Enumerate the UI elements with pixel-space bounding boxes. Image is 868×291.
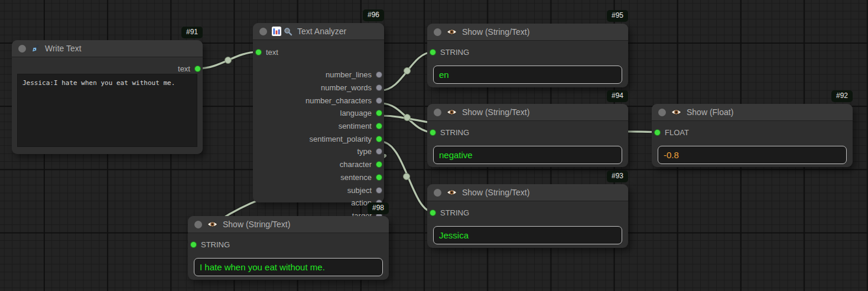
- link-midpoint-dot: [404, 68, 411, 74]
- collapse-dot[interactable]: [18, 45, 26, 53]
- eye-icon: [671, 108, 682, 116]
- port-label: number_characters: [305, 96, 372, 105]
- wire-text-to-analyzer: [198, 52, 258, 68]
- input-port-string[interactable]: [430, 49, 436, 55]
- output-row: sentiment_polarity: [253, 132, 384, 145]
- port-label: text: [266, 48, 278, 57]
- output-port[interactable]: [376, 71, 382, 78]
- wire-language-to-show95: [381, 52, 433, 90]
- collapse-dot[interactable]: [658, 109, 666, 116]
- node-id-badge: #92: [831, 90, 853, 102]
- port-label: number_words: [321, 83, 372, 92]
- output-port[interactable]: [376, 136, 382, 142]
- input-row-float: FLOAT: [652, 126, 853, 139]
- node-header[interactable]: Show (String/Text): [427, 104, 628, 121]
- output-row: sentence: [253, 171, 384, 184]
- output-port[interactable]: [376, 110, 382, 116]
- link-midpoint-dot: [404, 174, 410, 180]
- value-display[interactable]: I hate when you eat without me.: [194, 258, 383, 276]
- node-id-badge: #95: [607, 10, 628, 22]
- port-label: sentiment_polarity: [310, 135, 372, 143]
- port-label: FLOAT: [665, 128, 689, 137]
- value-display[interactable]: negative: [433, 146, 622, 164]
- node-title: Text Analyzer: [297, 27, 346, 36]
- text-widget[interactable]: Jessica:I hate when you eat without me.: [17, 74, 197, 147]
- value-text: -0.8: [664, 150, 679, 160]
- node-text-analyzer[interactable]: #96 Text Analyzer text number_lines numb…: [253, 23, 384, 202]
- node-title: Show (String/Text): [223, 220, 290, 229]
- port-label: STRING: [201, 240, 230, 249]
- node-header[interactable]: Show (Float): [652, 104, 853, 121]
- input-row-string: STRING: [188, 238, 389, 251]
- output-port[interactable]: [376, 97, 382, 104]
- value-text: negative: [439, 150, 473, 160]
- node-header[interactable]: Text Analyzer: [253, 23, 384, 40]
- input-port-string[interactable]: [190, 241, 197, 248]
- value-text: I hate when you eat without me.: [200, 262, 325, 272]
- input-port-text[interactable]: [255, 49, 262, 55]
- node-header[interactable]: Show (String/Text): [427, 24, 628, 41]
- input-row-string: STRING: [427, 45, 628, 58]
- output-row: sentiment: [253, 120, 384, 133]
- node-id-badge: #94: [607, 90, 628, 102]
- output-row: language: [253, 107, 384, 120]
- link-midpoint-dot: [404, 115, 411, 121]
- value-display[interactable]: -0.8: [658, 146, 847, 164]
- input-port-float[interactable]: [654, 129, 661, 136]
- port-label: text: [178, 64, 190, 73]
- collapse-dot[interactable]: [259, 28, 267, 35]
- wire-character-to-show93: [381, 142, 433, 212]
- collapse-dot[interactable]: [434, 109, 441, 116]
- node-show-float[interactable]: #92 Show (Float) FLOAT -0.8: [652, 104, 853, 167]
- node-show-character[interactable]: #93 Show (String/Text) STRING Jessica: [427, 184, 628, 248]
- input-port-string[interactable]: [430, 129, 436, 136]
- output-port[interactable]: [376, 161, 382, 168]
- output-port[interactable]: [376, 174, 382, 181]
- output-row: action: [253, 197, 384, 210]
- node-header[interactable]: Write Text: [12, 40, 203, 57]
- node-header[interactable]: Show (String/Text): [427, 184, 628, 201]
- node-id-badge: #98: [368, 202, 389, 214]
- magnifier-icon: [284, 27, 292, 36]
- output-port[interactable]: [376, 84, 382, 91]
- output-row: number_lines: [253, 68, 384, 81]
- node-id-badge: #93: [607, 171, 628, 182]
- collapse-dot[interactable]: [434, 28, 441, 36]
- collapse-dot[interactable]: [434, 189, 441, 197]
- eye-icon: [446, 188, 457, 197]
- output-port[interactable]: [376, 148, 382, 155]
- node-id-badge: #96: [363, 9, 384, 21]
- node-write-text[interactable]: #91 Write Text text Jessica:I hate when …: [12, 40, 203, 154]
- value-display[interactable]: en: [433, 66, 622, 84]
- output-row: subject: [253, 184, 384, 197]
- node-title: Show (String/Text): [462, 107, 529, 117]
- node-show-language[interactable]: #95 Show (String/Text) STRING en: [427, 24, 628, 87]
- node-show-sentiment[interactable]: #94 Show (String/Text) STRING negative: [427, 104, 628, 167]
- output-row-text: text: [12, 62, 203, 75]
- value-display[interactable]: Jessica: [433, 226, 622, 244]
- port-label: STRING: [440, 48, 469, 57]
- link-midpoint-dot: [225, 57, 232, 64]
- input-port-string[interactable]: [430, 210, 436, 216]
- eye-icon: [446, 108, 457, 116]
- eye-icon: [207, 220, 218, 228]
- graph-canvas[interactable]: #91 Write Text text Jessica:I hate when …: [0, 0, 868, 291]
- value-text: en: [439, 70, 449, 80]
- eye-icon: [446, 28, 457, 36]
- output-port[interactable]: [376, 123, 382, 129]
- port-label: sentiment: [339, 122, 372, 130]
- port-label: language: [340, 109, 372, 117]
- input-row-string: STRING: [427, 126, 628, 139]
- output-port-text[interactable]: [194, 66, 201, 72]
- collapse-dot[interactable]: [194, 221, 202, 228]
- node-header[interactable]: Show (String/Text): [188, 216, 389, 233]
- wire-sentiment-to-show94: [381, 103, 433, 132]
- output-port[interactable]: [376, 187, 382, 194]
- output-row: type: [253, 145, 384, 158]
- output-row: number_characters: [253, 94, 384, 107]
- node-title: Show (String/Text): [462, 27, 529, 37]
- node-id-badge: #91: [181, 27, 203, 38]
- output-rows: number_lines number_words number_charact…: [253, 68, 384, 222]
- node-show-sentence[interactable]: #98 Show (String/Text) STRING I hate whe…: [188, 216, 389, 280]
- bar-chart-icon: [272, 27, 281, 36]
